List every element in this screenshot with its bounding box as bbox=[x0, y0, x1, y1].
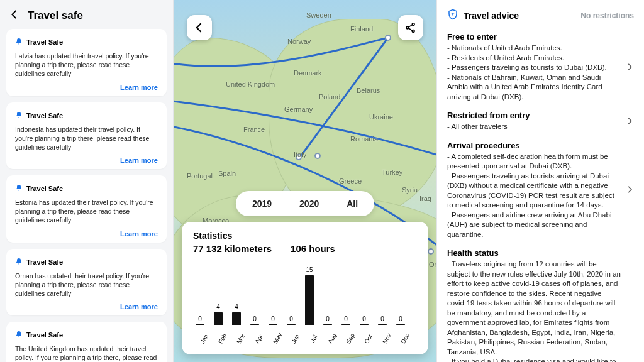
advice-section[interactable]: Restricted from entry - All other travel… bbox=[447, 107, 634, 137]
bar-value: 0 bbox=[198, 315, 202, 322]
section-body: - Nationals of United Arab Emirates.- Re… bbox=[447, 43, 621, 102]
map-back-button[interactable] bbox=[187, 15, 212, 40]
map-waypoint bbox=[428, 248, 434, 255]
advice-section[interactable]: Arrival procedures - A completed self-de… bbox=[447, 137, 634, 245]
bar-value: 15 bbox=[306, 266, 313, 273]
shield-plus-icon bbox=[447, 9, 458, 22]
chart-column: 0 Apr bbox=[249, 315, 260, 334]
travel-safe-card: Travel Safe Oman has updated their trave… bbox=[6, 249, 167, 316]
travel-safe-card: Travel Safe Estonia has updated their tr… bbox=[6, 175, 167, 243]
chart-column: 0 May bbox=[267, 315, 279, 334]
card-title: Travel Safe bbox=[26, 331, 63, 339]
chart-column: 0 Dec bbox=[395, 315, 406, 334]
country-label: Syria bbox=[402, 186, 418, 194]
chart-column: 0 Oct bbox=[358, 315, 370, 334]
bar-label: Aug bbox=[326, 334, 337, 345]
section-title: Health status bbox=[447, 248, 621, 258]
bar bbox=[196, 324, 204, 325]
travel-advice-panel: Travel advice No restrictions Free to en… bbox=[437, 0, 644, 362]
card-title: Travel Safe bbox=[26, 38, 63, 46]
bar bbox=[323, 324, 332, 325]
country-label: Belarus bbox=[357, 87, 380, 94]
country-label: Norway bbox=[287, 38, 311, 45]
bar-value: 0 bbox=[289, 315, 293, 322]
chart-column: 4 Feb bbox=[213, 304, 224, 334]
bar-label: Sep bbox=[345, 334, 355, 345]
bar-value: 0 bbox=[326, 315, 330, 322]
section-body: - A completed self-declaration health fo… bbox=[447, 152, 621, 240]
year-switch: 2019 2020 All bbox=[236, 191, 374, 216]
section-title: Restricted from entry bbox=[447, 111, 621, 120]
back-icon[interactable] bbox=[9, 9, 20, 23]
card-title: Travel Safe bbox=[26, 185, 63, 192]
bar bbox=[250, 324, 259, 325]
country-label: Romania bbox=[350, 135, 378, 143]
bar bbox=[232, 312, 241, 325]
bar bbox=[396, 324, 405, 325]
country-label: Italy bbox=[294, 151, 306, 158]
country-label: United Kingdom bbox=[226, 80, 275, 88]
learn-more-link[interactable]: Learn more bbox=[15, 303, 158, 310]
chevron-right-icon bbox=[625, 185, 634, 196]
learn-more-link[interactable]: Learn more bbox=[15, 230, 158, 238]
chart-column: 0 Aug bbox=[322, 315, 333, 334]
bar-label: Mar bbox=[235, 334, 246, 345]
advice-section: Health status - Travelers originating fr… bbox=[447, 244, 634, 362]
year-option-2019[interactable]: 2019 bbox=[238, 194, 286, 214]
bar-value: 0 bbox=[380, 315, 384, 322]
year-option-2020[interactable]: 2020 bbox=[286, 194, 333, 214]
chart-column: 0 Jun bbox=[286, 315, 297, 334]
monthly-bar-chart: 0 Jan 4 Feb 4 Mar 0 Apr 0 May 0 Jun 15 J… bbox=[193, 265, 417, 334]
bar-label: Feb bbox=[217, 334, 228, 345]
bar bbox=[378, 324, 387, 325]
card-title: Travel Safe bbox=[26, 258, 63, 266]
bar-value: 0 bbox=[362, 315, 366, 322]
chevron-right-icon bbox=[625, 62, 634, 73]
bar-value: 4 bbox=[235, 304, 238, 310]
country-label: France bbox=[243, 126, 265, 133]
map-share-button[interactable] bbox=[398, 15, 423, 40]
bar bbox=[341, 324, 350, 325]
advice-header: Travel advice No restrictions bbox=[447, 6, 634, 28]
bar bbox=[305, 275, 314, 325]
year-option-all[interactable]: All bbox=[333, 194, 372, 214]
map-panel[interactable]: SwedenFinlandNorwayUnited KingdomDenmark… bbox=[173, 0, 437, 362]
stats-duration: 106 hours bbox=[291, 243, 335, 254]
country-label: Om bbox=[429, 261, 437, 268]
stats-distance: 77 132 kilometers bbox=[193, 243, 272, 254]
country-label: Germany bbox=[284, 106, 313, 113]
bar-label: Dec bbox=[399, 334, 410, 345]
bar-value: 0 bbox=[271, 315, 275, 322]
bell-icon bbox=[15, 183, 23, 194]
svg-point-1 bbox=[412, 23, 414, 26]
card-body: Indonesia has updated their travel polic… bbox=[15, 125, 158, 152]
card-title: Travel Safe bbox=[26, 112, 63, 119]
travel-safe-panel: Travel safe Travel Safe Latvia has updat… bbox=[0, 0, 173, 362]
chart-column: 0 Nov bbox=[377, 315, 388, 334]
bar-label: Nov bbox=[381, 334, 392, 345]
advice-title: Travel advice bbox=[464, 11, 575, 21]
svg-point-0 bbox=[406, 26, 409, 29]
stats-title: Statistics bbox=[193, 231, 417, 241]
learn-more-link[interactable]: Learn more bbox=[15, 84, 158, 91]
bell-icon bbox=[15, 256, 23, 268]
chart-column: 4 Mar bbox=[231, 304, 242, 334]
country-label: Portugal bbox=[187, 172, 213, 180]
bar-value: 0 bbox=[253, 315, 257, 322]
travel-safe-card: Travel Safe Indonesia has updated their … bbox=[6, 102, 167, 170]
country-label: Greece bbox=[339, 177, 362, 185]
bar-label: Jan bbox=[199, 334, 209, 345]
chart-column: 0 Jan bbox=[194, 315, 206, 334]
bar-label: Oct bbox=[363, 334, 374, 345]
advice-section[interactable]: Free to enter - Nationals of United Arab… bbox=[447, 28, 634, 107]
travel-safe-card: Travel Safe The United Kingdom has updat… bbox=[6, 322, 167, 362]
map-waypoint bbox=[385, 35, 391, 41]
country-label: Finland bbox=[350, 25, 373, 33]
learn-more-link[interactable]: Learn more bbox=[15, 156, 158, 164]
page-title: Travel safe bbox=[28, 9, 83, 22]
bar bbox=[360, 324, 369, 325]
card-body: The United Kingdom has updated their tra… bbox=[15, 344, 158, 362]
bell-icon bbox=[15, 36, 23, 48]
country-label: Spain bbox=[218, 170, 236, 177]
section-body: - All other travelers bbox=[447, 122, 621, 132]
